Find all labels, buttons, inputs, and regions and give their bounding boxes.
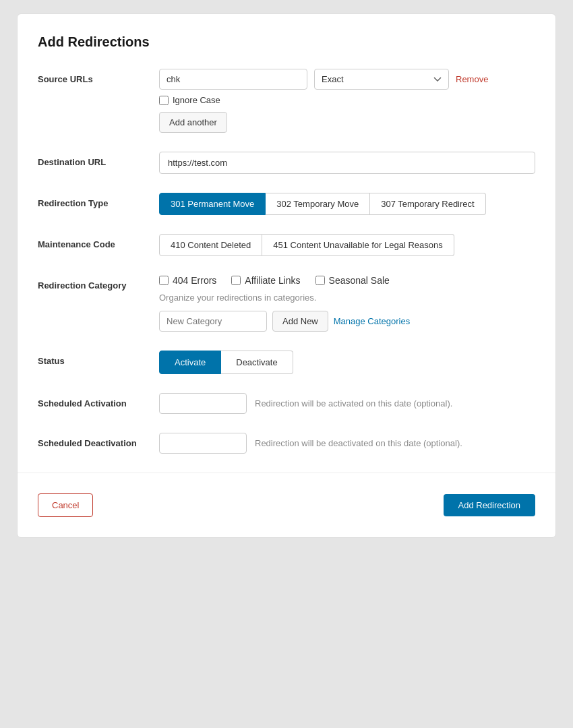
add-another-button[interactable]: Add another (159, 112, 227, 133)
scheduled-activation-label: Scheduled Activation (38, 393, 159, 408)
redirection-type-label: Redirection Type (38, 193, 159, 208)
add-redirections-card: Add Redirections Source URLs Exact Regex… (17, 13, 556, 538)
scheduled-deactivation-input-row: Redirection will be deactivated on this … (159, 433, 535, 454)
page-title: Add Redirections (38, 34, 535, 50)
redirection-category-row: Redirection Category 404 Errors Affiliat… (38, 275, 535, 332)
category-seasonal-sale: Seasonal Sale (315, 275, 390, 286)
add-redirection-button[interactable]: Add Redirection (444, 494, 536, 516)
activate-button[interactable]: Activate (159, 351, 221, 374)
destination-url-content (159, 152, 535, 174)
category-404-errors: 404 Errors (159, 275, 216, 286)
category-affiliate-checkbox[interactable] (231, 276, 241, 285)
category-seasonal-label: Seasonal Sale (329, 275, 390, 286)
maintenance-buttons: 410 Content Deleted 451 Content Unavaila… (159, 234, 535, 256)
source-urls-row: Source URLs Exact Regex Contains Remove … (38, 69, 535, 133)
source-urls-label: Source URLs (38, 69, 159, 84)
deactivate-button[interactable]: Deactivate (221, 351, 293, 374)
destination-url-label: Destination URL (38, 152, 159, 167)
scheduled-activation-content: Redirection will be activated on this da… (159, 393, 535, 414)
status-label: Status (38, 351, 159, 366)
redirect-btn-307[interactable]: 307 Temporary Redirect (370, 193, 486, 215)
ignore-case-label: Ignore Case (173, 95, 220, 105)
category-affiliate-links: Affiliate Links (231, 275, 300, 286)
remove-link[interactable]: Remove (456, 74, 488, 84)
scheduled-deactivation-row: Scheduled Deactivation Redirection will … (38, 433, 535, 454)
scheduled-deactivation-label: Scheduled Deactivation (38, 433, 159, 448)
ignore-case-checkbox[interactable] (159, 96, 169, 105)
add-new-category-button[interactable]: Add New (272, 311, 328, 332)
maintenance-code-row: Maintenance Code 410 Content Deleted 451… (38, 234, 535, 256)
source-url-input-row: Exact Regex Contains Remove (159, 69, 535, 90)
redirection-category-content: 404 Errors Affiliate Links Seasonal Sale… (159, 275, 535, 332)
category-seasonal-checkbox[interactable] (315, 276, 325, 285)
category-add-row: Add New Manage Categories (159, 311, 535, 332)
cancel-button[interactable]: Cancel (38, 493, 93, 517)
category-404-label: 404 Errors (173, 275, 216, 286)
maintenance-code-label: Maintenance Code (38, 234, 159, 249)
redirect-btn-301[interactable]: 301 Permanent Move (159, 193, 266, 215)
scheduled-deactivation-input[interactable] (159, 433, 247, 454)
ignore-case-row: Ignore Case (159, 95, 535, 105)
redirect-type-buttons: 301 Permanent Move 302 Temporary Move 30… (159, 193, 535, 215)
category-hint: Organize your redirections in categories… (159, 293, 535, 303)
new-category-input[interactable] (159, 311, 267, 332)
redirection-type-content: 301 Permanent Move 302 Temporary Move 30… (159, 193, 535, 215)
status-buttons: Activate Deactivate (159, 351, 535, 374)
redirection-type-row: Redirection Type 301 Permanent Move 302 … (38, 193, 535, 215)
status-row: Status Activate Deactivate (38, 351, 535, 374)
card-footer: Cancel Add Redirection (38, 487, 535, 517)
maintenance-code-content: 410 Content Deleted 451 Content Unavaila… (159, 234, 535, 256)
source-urls-content: Exact Regex Contains Remove Ignore Case … (159, 69, 535, 133)
scheduled-activation-row: Scheduled Activation Redirection will be… (38, 393, 535, 414)
category-404-checkbox[interactable] (159, 276, 169, 285)
source-url-input[interactable] (159, 69, 307, 90)
footer-divider (18, 473, 555, 473)
scheduled-deactivation-content: Redirection will be deactivated on this … (159, 433, 535, 454)
category-affiliate-label: Affiliate Links (245, 275, 300, 286)
status-content: Activate Deactivate (159, 351, 535, 374)
redirect-btn-302[interactable]: 302 Temporary Move (266, 193, 370, 215)
destination-url-input[interactable] (159, 152, 535, 174)
maintenance-btn-410[interactable]: 410 Content Deleted (159, 234, 262, 256)
scheduled-activation-input[interactable] (159, 393, 247, 414)
category-checkboxes: 404 Errors Affiliate Links Seasonal Sale (159, 275, 535, 286)
match-type-select[interactable]: Exact Regex Contains (314, 69, 449, 90)
destination-url-row: Destination URL (38, 152, 535, 174)
scheduled-deactivation-hint: Redirection will be deactivated on this … (255, 438, 462, 448)
maintenance-btn-451[interactable]: 451 Content Unavailable for Legal Reason… (262, 234, 454, 256)
scheduled-activation-input-row: Redirection will be activated on this da… (159, 393, 535, 414)
redirection-category-label: Redirection Category (38, 275, 159, 291)
manage-categories-link[interactable]: Manage Categories (334, 316, 410, 326)
scheduled-activation-hint: Redirection will be activated on this da… (255, 398, 452, 408)
